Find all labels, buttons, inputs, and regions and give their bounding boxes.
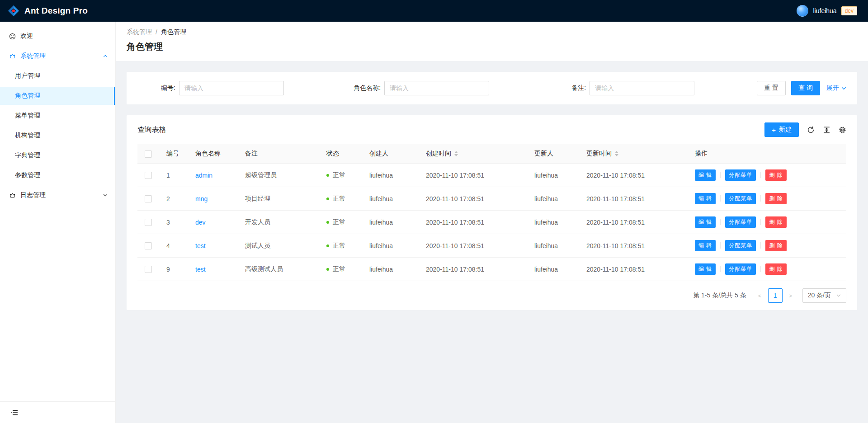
edit-button[interactable]: 编 辑 — [695, 240, 716, 251]
role-name-link[interactable]: dev — [195, 219, 206, 226]
cell-create-time: 2020-11-10 17:08:51 — [419, 187, 527, 211]
id-input[interactable] — [179, 81, 284, 95]
assign-menu-button[interactable]: 分配菜单 — [725, 240, 756, 251]
field-label: 角色名称: — [343, 84, 381, 92]
prev-page-button[interactable]: < — [754, 288, 766, 303]
header-user-area[interactable]: liufeihua dev — [797, 5, 857, 17]
username: liufeihua — [813, 7, 836, 14]
query-button[interactable]: 查 询 — [791, 81, 820, 95]
env-tag: dev — [841, 6, 857, 15]
delete-button[interactable]: 删 除 — [765, 193, 786, 204]
sidebar-item-org-mgmt[interactable]: 机构管理 — [0, 127, 115, 145]
cell-creator: liufeihua — [362, 211, 419, 234]
table-card: 查询表格 + 新建 — [127, 115, 857, 310]
cell-actions: 编 辑分配菜单删 除 — [688, 258, 846, 281]
breadcrumb-separator: / — [156, 28, 157, 36]
cell-create-time: 2020-11-10 17:08:51 — [419, 211, 527, 234]
sidebar-item-label: 字典管理 — [15, 151, 40, 160]
form-item-id: 编号: — [137, 81, 343, 95]
sidebar-item-menu-mgmt[interactable]: 菜单管理 — [0, 107, 115, 125]
status-dot — [326, 244, 329, 247]
new-button[interactable]: + 新建 — [764, 122, 799, 137]
page-header: 系统管理 / 角色管理 角色管理 — [116, 22, 868, 61]
row-checkbox[interactable] — [145, 219, 152, 226]
plus-icon: + — [772, 127, 776, 133]
role-name-link[interactable]: test — [195, 242, 206, 249]
cell-updater: liufeihua — [527, 164, 579, 187]
menu-fold-icon[interactable] — [11, 409, 18, 416]
content-area: 编号: 角色名称: 备注: 重 置 — [116, 61, 868, 423]
assign-menu-button[interactable]: 分配菜单 — [725, 263, 756, 275]
sidebar-menu: 欢迎 系统管理 用户管理 角色管理 — [0, 22, 115, 401]
action-divider — [760, 172, 761, 178]
cell-update-time: 2020-11-10 17:08:51 — [579, 187, 688, 211]
column-header-update-time[interactable]: 更新时间 — [579, 144, 688, 164]
breadcrumb-item-system[interactable]: 系统管理 — [127, 28, 152, 36]
row-checkbox[interactable] — [145, 242, 152, 249]
sidebar-item-param-mgmt[interactable]: 参数管理 — [0, 166, 115, 184]
sidebar-item-dict-mgmt[interactable]: 字典管理 — [0, 146, 115, 164]
cell-updater: liufeihua — [527, 258, 579, 281]
search-actions: 重 置 查 询 展开 — [757, 81, 846, 95]
sidebar-item-user-mgmt[interactable]: 用户管理 — [0, 67, 115, 85]
column-header-remark: 备注 — [238, 144, 319, 164]
action-divider — [760, 242, 761, 249]
sidebar-submenu-system[interactable]: 系统管理 — [0, 47, 115, 65]
expand-toggle[interactable]: 展开 — [826, 84, 846, 92]
cell-status: 正常 — [319, 187, 362, 211]
row-checkbox[interactable] — [145, 172, 152, 179]
top-header: Ant Design Pro liufeihua dev — [0, 0, 868, 22]
edit-button[interactable]: 编 辑 — [695, 263, 716, 275]
edit-button[interactable]: 编 辑 — [695, 193, 716, 204]
cell-id: 1 — [159, 164, 188, 187]
cell-status: 正常 — [319, 211, 362, 234]
cell-updater: liufeihua — [527, 211, 579, 234]
select-all-checkbox[interactable] — [145, 150, 152, 158]
delete-button[interactable]: 删 除 — [765, 216, 786, 228]
reload-icon[interactable] — [807, 126, 815, 134]
column-height-icon[interactable] — [823, 126, 830, 134]
edit-button[interactable]: 编 辑 — [695, 216, 716, 228]
table-row: 1 admin 超级管理员 正常 liufeihua 2020-11-10 17… — [137, 164, 846, 187]
column-header-creator: 创建人 — [362, 144, 419, 164]
role-name-link[interactable]: admin — [195, 172, 212, 179]
chevron-down-icon — [836, 293, 841, 298]
user-avatar[interactable] — [797, 5, 808, 17]
setting-icon[interactable] — [839, 126, 846, 134]
delete-button[interactable]: 删 除 — [765, 263, 786, 275]
edit-button[interactable]: 编 辑 — [695, 169, 716, 181]
assign-menu-button[interactable]: 分配菜单 — [725, 169, 756, 181]
action-divider — [760, 266, 761, 272]
sort-caret-icon[interactable] — [615, 151, 618, 156]
cell-create-time: 2020-11-10 17:08:51 — [419, 164, 527, 187]
column-header-create-time[interactable]: 创建时间 — [419, 144, 527, 164]
table-header-row: 编号 角色名称 备注 状态 创建人 创建时间 更新人 — [137, 144, 846, 164]
field-label: 备注: — [548, 84, 586, 92]
remark-input[interactable] — [590, 81, 694, 95]
column-header-updater: 更新人 — [527, 144, 579, 164]
sidebar-submenu-log[interactable]: 日志管理 — [0, 186, 115, 204]
brand-link[interactable]: Ant Design Pro — [7, 5, 88, 17]
row-checkbox[interactable] — [145, 195, 152, 202]
row-checkbox[interactable] — [145, 266, 152, 273]
reset-button[interactable]: 重 置 — [757, 81, 786, 95]
cell-create-time: 2020-11-10 17:08:51 — [419, 234, 527, 258]
page-title: 角色管理 — [127, 41, 857, 53]
assign-menu-button[interactable]: 分配菜单 — [725, 193, 756, 204]
delete-button[interactable]: 删 除 — [765, 240, 786, 251]
sidebar-item-welcome[interactable]: 欢迎 — [0, 27, 115, 45]
role-name-input[interactable] — [384, 81, 489, 95]
sidebar-item-role-mgmt[interactable]: 角色管理 — [0, 87, 115, 105]
role-name-link[interactable]: test — [195, 266, 206, 273]
delete-button[interactable]: 删 除 — [765, 169, 786, 181]
page-size-value: 20 条/页 — [808, 291, 831, 300]
next-page-button[interactable]: > — [784, 288, 797, 303]
column-label: 创建时间 — [426, 150, 451, 157]
crown-icon — [9, 192, 16, 199]
role-name-link[interactable]: mng — [195, 195, 208, 202]
sort-caret-icon[interactable] — [454, 151, 458, 156]
page-size-select[interactable]: 20 条/页 — [802, 288, 846, 303]
cell-id: 9 — [159, 258, 188, 281]
page-number-1[interactable]: 1 — [768, 288, 783, 303]
assign-menu-button[interactable]: 分配菜单 — [725, 216, 756, 228]
